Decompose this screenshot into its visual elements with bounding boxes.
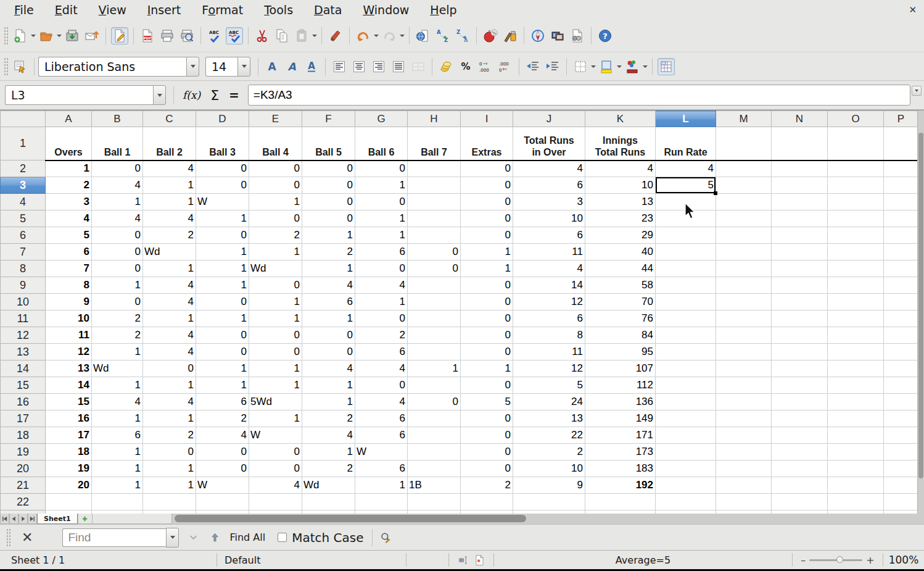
cell-E15[interactable]: 1 [249,377,302,394]
close-find-bar-icon[interactable]: ✕ [22,530,33,545]
cell-G11[interactable]: 0 [355,311,408,327]
menu-item-data[interactable]: Data [303,2,352,18]
cell-K19[interactable]: 173 [585,444,656,461]
cell-N5[interactable] [772,210,828,227]
font-size-combobox[interactable]: 14 [205,57,237,77]
cell-A1[interactable]: Overs [46,127,92,160]
cell-I20[interactable]: 0 [461,461,513,477]
cell-O17[interactable] [828,411,884,427]
cell-O9[interactable] [828,277,884,294]
function-wizard-icon[interactable]: f(x) [183,89,200,101]
cell-L12[interactable] [656,327,716,344]
new-document-button[interactable] [12,27,29,44]
cell-B17[interactable]: 1 [92,411,143,427]
cell-J11[interactable]: 6 [513,311,585,327]
cell-O3[interactable] [828,177,884,194]
cell-I16[interactable]: 5 [461,394,513,411]
cell-O6[interactable] [828,227,884,244]
align-center-button[interactable] [350,58,368,75]
cell-D6[interactable]: 0 [196,227,249,244]
cell-F20[interactable]: 2 [302,461,355,477]
close-icon[interactable]: ✕ [909,4,917,15]
cell-B8[interactable]: 0 [92,260,143,277]
row-header-19[interactable]: 19 [1,444,46,461]
cell-G16[interactable]: 4 [355,394,408,411]
cell-N11[interactable] [772,311,828,327]
cell-F12[interactable]: 0 [302,327,355,344]
cell-K2[interactable]: 4 [585,160,656,177]
cell-M21[interactable] [716,477,772,494]
cell-B14[interactable]: Wd [92,361,143,377]
italic-button[interactable]: A [283,58,300,75]
cell-B6[interactable]: 0 [92,227,143,244]
cell-G7[interactable]: 6 [355,244,408,260]
cell-C4[interactable]: 1 [143,194,196,210]
cell-L8[interactable] [656,260,716,277]
menu-item-window[interactable]: Window [352,2,419,18]
decrease-indent-button[interactable] [524,58,542,75]
cell-M6[interactable] [716,227,772,244]
row-header-6[interactable]: 6 [1,227,46,244]
row-header-[interactable] [1,511,46,514]
cell-H1[interactable]: Ball 7 [408,127,461,160]
row-header-5[interactable]: 5 [1,210,46,227]
vertical-scrollbar[interactable] [917,110,924,514]
cell-E18[interactable]: W [249,427,302,444]
cell-H22[interactable] [408,494,461,511]
column-header-P[interactable]: P [884,111,918,127]
cell-J6[interactable]: 6 [513,227,585,244]
column-header-G[interactable]: G [355,111,408,127]
cell-C18[interactable]: 2 [143,427,196,444]
cell-J13[interactable]: 11 [513,344,585,361]
column-header-I[interactable]: I [461,111,513,127]
dropdown-caret-icon[interactable] [399,35,405,37]
cell-H8[interactable]: 0 [408,260,461,277]
cell-G15[interactable]: 0 [355,377,408,394]
cell-M7[interactable] [716,244,772,260]
cell-B22[interactable] [92,494,143,511]
cell-J15[interactable]: 5 [513,377,585,394]
data-sources-button[interactable] [569,27,586,44]
redo-button[interactable] [381,27,398,44]
save-button[interactable] [64,27,81,44]
zoom-thumb[interactable] [836,556,843,563]
cell-M3[interactable] [716,177,772,194]
cell-A21[interactable]: 20 [46,477,92,494]
underline-button[interactable]: A [303,58,320,75]
menu-item-format[interactable]: Format [191,2,254,18]
cell-N14[interactable] [772,361,828,377]
column-header-L[interactable]: L [656,111,716,127]
cell-J22[interactable] [513,494,585,511]
cell-O10[interactable] [828,294,884,311]
cell-H3[interactable] [408,177,461,194]
cell-C12[interactable]: 4 [143,327,196,344]
menu-item-tools[interactable]: Tools [254,2,303,18]
cell-A22[interactable] [46,494,92,511]
cell-K15[interactable]: 112 [585,377,656,394]
cell-J3[interactable]: 6 [513,177,585,194]
cell-N10[interactable] [772,294,828,311]
column-header-N[interactable]: N [772,111,828,127]
column-header-H[interactable]: H [408,111,461,127]
cell-L19[interactable] [656,444,716,461]
zoom-level[interactable]: 100% [883,551,924,569]
cell-J8[interactable]: 4 [513,260,585,277]
align-right-button[interactable] [370,58,387,75]
cell-G19[interactable]: W [355,444,408,461]
cell-N15[interactable] [772,377,828,394]
cell-K17[interactable]: 149 [585,411,656,427]
row-header-10[interactable]: 10 [1,294,46,311]
cell-F4[interactable]: 0 [302,194,355,210]
column-header-E[interactable]: E [249,111,302,127]
cell-B4[interactable]: 1 [92,194,143,210]
cell-K3[interactable]: 10 [585,177,656,194]
row-header-8[interactable]: 8 [1,260,46,277]
gallery-button[interactable] [549,27,566,44]
cell-G4[interactable]: 0 [355,194,408,210]
styles-button[interactable] [12,58,29,75]
cell-N22[interactable] [772,494,828,511]
cell-F10[interactable]: 6 [302,294,355,311]
cell-H9[interactable] [408,277,461,294]
cell-P1[interactable] [884,127,918,160]
cell-O22[interactable] [828,494,884,511]
